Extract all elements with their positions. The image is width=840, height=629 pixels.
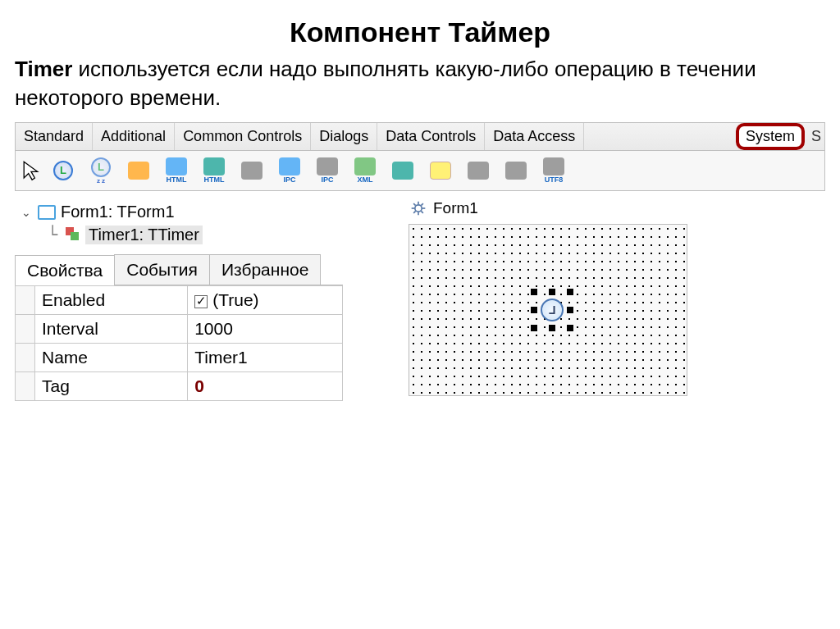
tab-overflow: S <box>810 123 824 150</box>
resize-handle[interactable] <box>549 289 555 295</box>
prop-value[interactable]: (True) <box>188 286 343 315</box>
desc-rest: используется если надо выполнять какую-л… <box>15 57 756 110</box>
tab-common-controls[interactable]: Common Controls <box>175 123 311 150</box>
gear2-icon[interactable] <box>501 156 531 185</box>
svg-line-7 <box>413 212 416 214</box>
svg-line-8 <box>421 203 423 206</box>
timer-icon[interactable] <box>48 156 78 185</box>
html-consumer-icon[interactable]: HTML <box>199 156 229 185</box>
tree-guide: └ <box>48 225 57 244</box>
prop-name: Tag <box>35 372 188 401</box>
tab-favorites[interactable]: Избранное <box>209 254 321 285</box>
prop-value[interactable]: Timer1 <box>188 344 343 372</box>
prop-row-tag[interactable]: Tag 0 <box>16 372 343 401</box>
process-icon[interactable] <box>237 156 267 185</box>
gear1-icon[interactable] <box>463 156 493 185</box>
component-icon <box>66 227 80 242</box>
list-icon[interactable] <box>388 156 418 185</box>
prop-name: Name <box>35 344 188 372</box>
tab-dialogs[interactable]: Dialogs <box>311 123 377 150</box>
form-designer-surface[interactable] <box>409 224 687 396</box>
desc-bold: Timer <box>15 57 72 81</box>
idle-timer-icon[interactable]: z z <box>86 156 116 185</box>
prop-name: Interval <box>35 315 188 344</box>
prop-row-interval[interactable]: Interval 1000 <box>16 315 343 344</box>
svg-line-5 <box>413 203 416 206</box>
utf8-icon[interactable]: UTF8 <box>539 156 568 185</box>
svg-point-0 <box>415 205 422 212</box>
tab-events[interactable]: События <box>114 254 210 285</box>
property-grid: Enabled (True) Interval 1000 Name Timer1 <box>15 285 343 401</box>
prop-row-name[interactable]: Name Timer1 <box>16 344 343 372</box>
ipc-client-icon[interactable]: IPC <box>275 156 304 185</box>
prop-row-enabled[interactable]: Enabled (True) <box>16 286 343 315</box>
object-tree: ⌄ Form1: TForm1 └ Timer1: TTimer <box>15 196 343 254</box>
component-icon-3[interactable] <box>124 156 153 185</box>
form-icon <box>38 205 56 220</box>
inspector-tabs: Свойства События Избранное <box>15 254 343 285</box>
selected-component[interactable] <box>532 290 572 330</box>
tree-root-row[interactable]: ⌄ Form1: TForm1 <box>20 201 338 223</box>
svg-line-6 <box>421 212 423 214</box>
brush-icon[interactable] <box>426 156 455 185</box>
tab-properties[interactable]: Свойства <box>15 255 115 285</box>
palette-toolbar: z z HTML HTML IPC IPC XML UTF8 <box>15 151 825 191</box>
tree-child-row[interactable]: └ Timer1: TTimer <box>48 223 338 246</box>
resize-handle[interactable] <box>531 289 537 295</box>
resize-handle[interactable] <box>567 325 573 331</box>
xml-icon[interactable]: XML <box>350 156 380 185</box>
ipc-server-icon[interactable]: IPC <box>313 156 342 185</box>
prop-name: Enabled <box>35 286 188 315</box>
resize-handle[interactable] <box>567 307 573 313</box>
checkbox-icon[interactable] <box>194 295 208 308</box>
resize-handle[interactable] <box>531 307 537 313</box>
resize-handle[interactable] <box>567 289 573 295</box>
tab-data-controls[interactable]: Data Controls <box>377 123 485 150</box>
gear-icon <box>410 200 427 217</box>
tab-data-access[interactable]: Data Access <box>485 123 584 150</box>
tree-child-label: Timer1: TTimer <box>85 226 203 244</box>
resize-handle[interactable] <box>531 325 537 331</box>
tab-system-highlighted[interactable]: System <box>736 123 805 150</box>
prop-value[interactable]: 0 <box>188 372 343 401</box>
designer-title: Form1 <box>433 199 478 217</box>
timer-component-icon[interactable] <box>541 299 564 321</box>
designer-header: Form1 <box>409 196 825 221</box>
prop-value[interactable]: 1000 <box>188 315 343 344</box>
slide-description: Timer используется если надо выполнять к… <box>15 55 825 112</box>
cursor-select-icon[interactable] <box>22 160 40 181</box>
tab-additional[interactable]: Additional <box>93 123 175 150</box>
tree-root-label: Form1: TForm1 <box>61 203 175 221</box>
palette-tabs: Standard Additional Common Controls Dial… <box>15 122 825 151</box>
tab-standard[interactable]: Standard <box>16 123 93 150</box>
slide-title: Компонент Таймер <box>15 16 825 48</box>
resize-handle[interactable] <box>549 325 555 331</box>
tree-collapse-icon[interactable]: ⌄ <box>20 206 33 219</box>
html-producer-icon[interactable]: HTML <box>162 156 191 185</box>
